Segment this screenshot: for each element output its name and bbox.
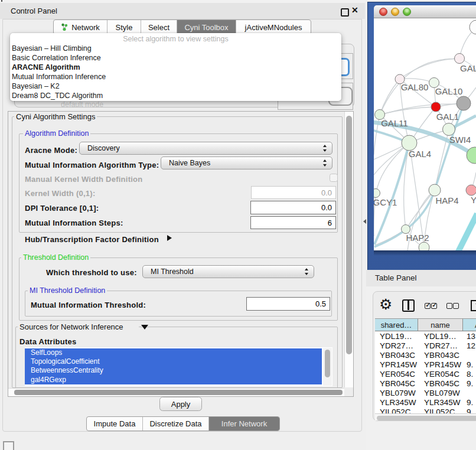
mi-type-value: Naive Bayes [169, 159, 210, 167]
table-cell: YBR043C [375, 351, 418, 360]
gcy1-node[interactable] [374, 189, 380, 198]
table-cell: YER054C [418, 370, 463, 379]
tab-select[interactable]: Select [141, 20, 177, 34]
minimize-traffic-light[interactable] [391, 8, 399, 16]
table-hscrollbar-thumb[interactable] [377, 416, 476, 420]
tab-style[interactable]: Style [107, 20, 141, 34]
settings-vscrollbar-thumb[interactable] [346, 116, 352, 354]
gal10-grey-node[interactable] [457, 96, 471, 110]
attributes-scrollbar-thumb[interactable] [325, 350, 330, 377]
which-threshold-label: Which threshold to use: [46, 268, 137, 277]
mi-steps-label: Mutual Information Steps: [25, 219, 123, 227]
tab-discretize-data[interactable]: Discretize Data [143, 417, 209, 431]
which-threshold-value: MI Threshold [151, 268, 194, 276]
mi-threshold-label: Mutual Information Threshold: [31, 301, 146, 309]
attribute-list-item[interactable]: gal4RGexp [25, 376, 322, 384]
table-cell: YDL19… [375, 332, 418, 341]
tab-label: jActiveMNodules [245, 23, 302, 32]
mi-steps-value: 6 [328, 219, 332, 227]
gal2-node[interactable] [455, 54, 465, 64]
tab-label: Network [71, 23, 100, 32]
tab-jactivemnodules[interactable]: jActiveMNodules [236, 20, 311, 34]
node-label-y: Y [471, 195, 476, 205]
table-row[interactable]: YBL079WYBL079W [375, 389, 476, 398]
algorithm-option[interactable]: Bayesian – Hill Climbing [12, 44, 340, 53]
node-label-gcy1: GCY1 [374, 197, 397, 207]
table-row[interactable]: YLR345WYLR345W9. [375, 398, 476, 407]
swi4-node[interactable] [443, 123, 455, 136]
mi-threshold-field[interactable]: 0.5 [246, 297, 330, 311]
settings-hscrollbar-thumb[interactable] [14, 390, 343, 395]
column-header-name[interactable]: name [418, 319, 463, 331]
algorithm-definition-title: Algorithm Definition [23, 129, 90, 138]
attribute-list-item[interactable]: TopologicalCoefficient [25, 357, 322, 366]
unchecked-checkbox-icon[interactable] [446, 303, 452, 309]
algorithm-option[interactable]: ARACNE Algorithm [12, 63, 340, 72]
dpi-tolerance-label: DPI Tolerance [0,1]: [25, 204, 99, 213]
float-window-icon[interactable] [341, 8, 349, 17]
collapse-arrow-icon[interactable] [141, 325, 148, 330]
column-header-shared[interactable]: shared… [375, 319, 418, 331]
table-cell: YIL052C [418, 407, 463, 413]
table-header: shared…nameA [375, 318, 476, 331]
unchecked-checkbox-icon[interactable] [453, 303, 459, 309]
table-row[interactable]: YBR045CYBR045C9. [375, 379, 476, 388]
attribute-list-item[interactable]: SelfLoops [25, 348, 322, 357]
data-attributes-list[interactable]: SelfLoopsTopologicalCoefficientBetweenne… [25, 347, 332, 386]
kernel-width-field[interactable]: 0.0 [251, 186, 336, 199]
which-threshold-combobox[interactable]: MI Threshold [142, 265, 314, 278]
hap4-node[interactable] [429, 184, 441, 196]
expand-arrow-icon[interactable] [167, 235, 172, 241]
algorithm-option[interactable]: Mutual Information Inference [12, 72, 340, 81]
bottom-node[interactable] [419, 242, 429, 250]
attribute-list-item[interactable]: BetweennessCentrality [25, 366, 322, 375]
checked-checkbox-icon[interactable]: ✓ [425, 303, 431, 309]
node-label-gal11: GAL11 [381, 118, 408, 128]
table-cell: 8. [463, 370, 476, 379]
salmon-node[interactable] [466, 185, 476, 195]
node-label-gal4: GAL4 [409, 149, 431, 159]
panel-corner-button[interactable] [3, 441, 14, 450]
tab-cyni-toolbox[interactable]: Cyni Toolbox [177, 20, 236, 34]
table-cell: 9. [463, 407, 476, 413]
tab-impute-data[interactable]: Impute Data [87, 417, 143, 431]
manual-kernel-checkbox[interactable] [330, 174, 338, 182]
tab-infer-network[interactable]: Infer Network [209, 417, 279, 431]
algorithm-option[interactable]: Basic Correlation Inference [12, 53, 340, 63]
table-cell: YBL079W [418, 389, 463, 397]
document-icon[interactable] [471, 300, 476, 311]
table-row[interactable]: YDL19…YDL19…13 [375, 331, 476, 341]
apply-button[interactable]: Apply [159, 397, 202, 411]
aracne-mode-combobox[interactable]: Discovery [79, 142, 332, 155]
table-row[interactable]: YPR145WYPR145W9. [375, 360, 476, 369]
zoom-traffic-light[interactable] [403, 8, 411, 16]
column-header-A[interactable]: A [463, 319, 476, 331]
split-pane-icon[interactable] [402, 299, 415, 312]
aracne-mode-value: Discovery [87, 144, 120, 152]
gal1-node[interactable] [431, 102, 441, 112]
split-divider-handle-icon[interactable] [363, 219, 366, 224]
gear-icon[interactable]: ⚙ [379, 297, 392, 312]
table-cell: 9. [463, 360, 476, 369]
table-row[interactable]: YBR043CYBR043C [375, 350, 476, 360]
table-cell: YER054C [375, 370, 418, 379]
table-row[interactable]: YIL052CYIL052C9. [375, 407, 476, 413]
table-row[interactable]: YDR27…YDR27…12 [375, 341, 476, 350]
algorithm-option[interactable]: Dream8 DC_TDC Algorithm [12, 91, 340, 100]
dpi-tolerance-field[interactable]: 0.0 [250, 201, 336, 214]
mi-type-combobox[interactable]: Naive Bayes [161, 156, 332, 169]
table-cell: YDR27… [418, 341, 463, 350]
network-edge [457, 214, 476, 250]
hidden-label-fragment: default mode [61, 100, 103, 109]
close-traffic-light[interactable] [379, 8, 387, 16]
network-icon [61, 23, 69, 31]
mi-steps-field[interactable]: 6 [250, 216, 336, 229]
checked-checkbox-icon[interactable]: ✓ [431, 303, 437, 309]
top-node[interactable] [470, 20, 476, 34]
close-icon[interactable]: ✕ [351, 5, 358, 15]
table-row[interactable]: YER054CYER054C8. [375, 369, 476, 379]
network-window-titlebar[interactable] [374, 5, 476, 18]
tab-network[interactable]: Network [54, 20, 107, 34]
algorithm-option[interactable]: Bayesian – K2 [12, 81, 340, 91]
network-canvas[interactable]: GAL2GAL80GAL10GAL1GAL11SWI4GAL4GCY1HAP4Y… [374, 18, 476, 250]
